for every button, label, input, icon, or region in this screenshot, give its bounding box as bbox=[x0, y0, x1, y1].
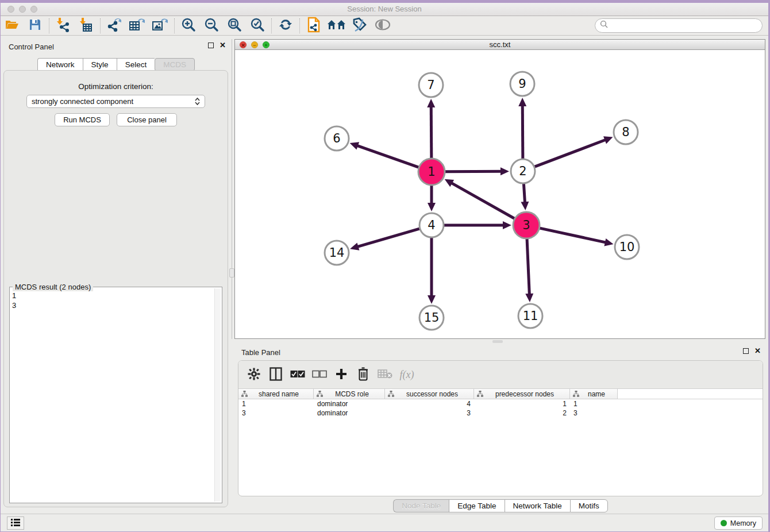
tab-style[interactable]: Style bbox=[83, 58, 117, 71]
tab-mcds[interactable]: MCDS bbox=[155, 58, 195, 71]
home-button[interactable] bbox=[325, 17, 348, 34]
control-panel-title: Control Panel bbox=[9, 43, 54, 51]
graph-edge-3-1[interactable] bbox=[451, 183, 514, 219]
graph-edge-2-8[interactable] bbox=[535, 140, 607, 167]
tab-edge-table[interactable]: Edge Table bbox=[449, 499, 504, 512]
import-table-button[interactable] bbox=[75, 17, 98, 34]
zoom-selected-button[interactable] bbox=[246, 17, 269, 34]
export-image-button[interactable] bbox=[149, 17, 172, 34]
table-cell[interactable]: 3 bbox=[385, 408, 474, 418]
unselect-all-columns-button[interactable] bbox=[310, 365, 329, 384]
table-cell[interactable]: 1 bbox=[238, 399, 314, 408]
table-cell[interactable]: 1 bbox=[474, 399, 570, 408]
window-titlebar: Session: New Session bbox=[1, 3, 768, 16]
home-icon bbox=[327, 18, 346, 33]
graph-edge-2-9[interactable] bbox=[522, 105, 523, 159]
open-session-button[interactable] bbox=[1, 17, 24, 34]
zoom-fit-icon bbox=[227, 17, 242, 34]
float-panel-icon[interactable] bbox=[208, 43, 214, 48]
panel-divider-handle[interactable] bbox=[229, 268, 234, 277]
table-cell[interactable]: 3 bbox=[238, 408, 314, 418]
table-cell[interactable]: 2 bbox=[474, 408, 570, 418]
tab-node-table[interactable]: Node Table bbox=[393, 499, 449, 512]
network-view-window: ✕ − + scc.txt 7968124314101511 bbox=[234, 39, 765, 339]
graph-edge-4-14[interactable] bbox=[357, 229, 419, 247]
float-table-panel-icon[interactable] bbox=[743, 348, 749, 354]
new-network-button[interactable] bbox=[103, 17, 126, 34]
memory-button[interactable]: Memory bbox=[714, 516, 763, 530]
graph-node-label: 8 bbox=[622, 125, 629, 139]
split-columns-icon bbox=[270, 367, 282, 383]
table-cell[interactable]: dominator bbox=[314, 408, 385, 418]
tab-network[interactable]: Network bbox=[37, 58, 83, 71]
table-cell[interactable]: 1 bbox=[570, 399, 618, 408]
table-row[interactable]: 1dominator411 bbox=[238, 399, 763, 408]
function-builder-button[interactable]: f(x) bbox=[397, 365, 417, 384]
search-box[interactable] bbox=[595, 18, 763, 33]
table-row[interactable]: 3dominator323 bbox=[238, 408, 763, 418]
column-header-shared-name[interactable]: shared name bbox=[238, 389, 314, 399]
close-panel-icon[interactable]: ✕ bbox=[220, 43, 226, 48]
tab-motifs[interactable]: Motifs bbox=[570, 499, 608, 512]
column-header-name[interactable]: name bbox=[570, 389, 618, 399]
show-graphics-details-button[interactable] bbox=[371, 17, 394, 34]
mcds-result-text[interactable]: 1 3 bbox=[12, 291, 214, 502]
table-panel-title: Table Panel bbox=[241, 348, 280, 357]
clone-network-button[interactable] bbox=[302, 17, 325, 34]
table-panel-tabs: Node TableEdge TableNetwork TableMotifs bbox=[234, 499, 767, 512]
status-bar: Memory bbox=[1, 514, 768, 531]
gear-icon bbox=[248, 368, 260, 382]
task-history-button[interactable] bbox=[7, 516, 24, 530]
save-session-button[interactable] bbox=[24, 17, 47, 34]
table-rows: 1dominator4113dominator323 bbox=[238, 399, 763, 418]
column-header-predecessor-nodes[interactable]: predecessor nodes bbox=[474, 389, 570, 399]
export-table-icon bbox=[129, 17, 146, 34]
open-folder-icon bbox=[5, 18, 20, 33]
network-table-divider-handle[interactable] bbox=[492, 340, 503, 343]
close-table-panel-icon[interactable]: ✕ bbox=[754, 348, 761, 354]
tab-network-table[interactable]: Network Table bbox=[505, 499, 570, 512]
graph-edge-3-10[interactable] bbox=[540, 228, 606, 242]
graph-edge-1-2[interactable] bbox=[445, 171, 502, 172]
criterion-dropdown[interactable]: strongly connected component bbox=[26, 95, 205, 108]
table-cell[interactable]: 3 bbox=[570, 408, 618, 418]
show-column-panel-button[interactable] bbox=[266, 365, 286, 384]
graph-node-label: 11 bbox=[523, 309, 538, 323]
export-table-button[interactable] bbox=[126, 17, 149, 34]
graph-node-label: 9 bbox=[518, 77, 526, 91]
delete-column-button[interactable] bbox=[353, 365, 373, 384]
zoom-in-button[interactable] bbox=[177, 17, 200, 34]
delete-table-button[interactable] bbox=[375, 365, 395, 384]
table-settings-button[interactable] bbox=[244, 365, 264, 384]
tab-select[interactable]: Select bbox=[117, 58, 155, 71]
zoom-fit-button[interactable] bbox=[223, 17, 246, 34]
import-network-button[interactable] bbox=[52, 17, 75, 34]
graph-edge-arrowhead bbox=[428, 203, 436, 211]
result-scrollbar[interactable] bbox=[214, 288, 221, 502]
search-input[interactable] bbox=[609, 20, 762, 32]
network-graph[interactable]: 7968124314101511 bbox=[235, 51, 765, 340]
graph-edge-3-11[interactable] bbox=[527, 239, 529, 295]
import-network-icon bbox=[56, 17, 71, 34]
graph-edge-1-7[interactable] bbox=[431, 106, 432, 158]
column-header-successor-nodes[interactable]: successor nodes bbox=[385, 389, 474, 399]
graph-node-label: 2 bbox=[519, 164, 526, 178]
create-column-button[interactable] bbox=[332, 365, 351, 384]
hide-labels-button[interactable] bbox=[348, 17, 371, 34]
network-canvas[interactable]: 7968124314101511 bbox=[235, 51, 765, 338]
table-cell[interactable]: 4 bbox=[385, 399, 474, 408]
select-all-columns-button[interactable] bbox=[288, 365, 307, 384]
mcds-result-title: MCDS result (2 nodes) bbox=[13, 283, 93, 291]
apply-layout-button[interactable] bbox=[274, 17, 297, 34]
graph-edge-1-6[interactable] bbox=[356, 145, 418, 167]
run-mcds-button[interactable]: Run MCDS bbox=[55, 113, 110, 126]
search-icon bbox=[600, 20, 609, 31]
delete-table-icon bbox=[378, 369, 392, 381]
graph-edge-2-3[interactable] bbox=[523, 184, 525, 203]
close-panel-button[interactable]: Close panel bbox=[117, 113, 177, 126]
memory-status-icon bbox=[721, 520, 727, 526]
zoom-out-button[interactable] bbox=[200, 17, 223, 34]
column-header-MCDS-role[interactable]: MCDS role bbox=[314, 389, 385, 399]
application-window: Session: New Session bbox=[1, 3, 768, 531]
table-cell[interactable]: dominator bbox=[314, 399, 385, 408]
